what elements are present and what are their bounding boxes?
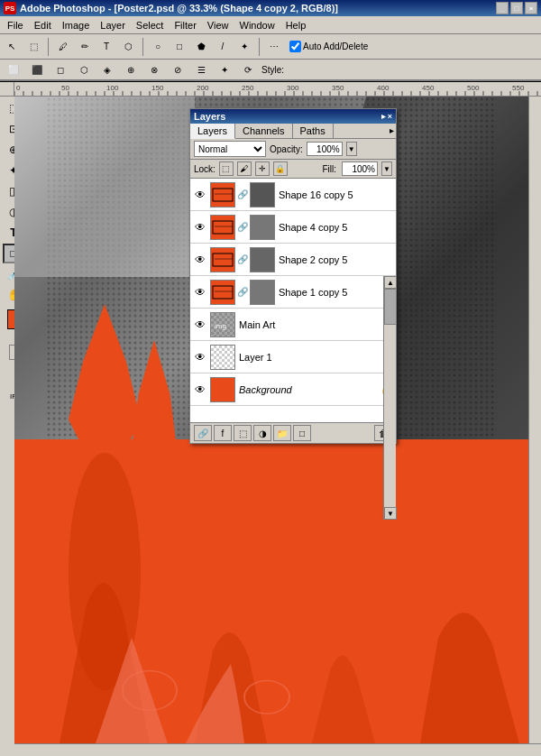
toolbar: ↖ ⬚ 🖊 ✏ T ⬡ ○ □ ⬟ / ✦ ⋯ Auto Add/Delete <box>0 34 541 60</box>
tool-more[interactable]: ⋯ <box>264 37 284 57</box>
separator-3 <box>259 38 260 56</box>
lock-all[interactable]: 🔒 <box>273 161 288 176</box>
layer-row[interactable]: 👁 img Main Art <box>190 309 396 341</box>
svg-rect-177 <box>213 221 233 234</box>
lock-image[interactable]: 🖌 <box>237 161 252 176</box>
tool-line[interactable]: / <box>213 37 233 57</box>
layer-name: Shape 1 copy 5 <box>277 287 394 298</box>
lock-transparent[interactable]: ⬚ <box>219 161 234 176</box>
layer-thumbnail <box>210 247 235 272</box>
tool-poly[interactable]: ⬟ <box>191 37 211 57</box>
scroll-down-btn[interactable]: ▼ <box>384 507 397 520</box>
menu-window[interactable]: Window <box>234 18 280 32</box>
opacity-input[interactable] <box>307 142 343 156</box>
options-btn-1[interactable]: ⬜ <box>4 60 23 79</box>
options-btn-11[interactable]: ⟳ <box>238 60 258 79</box>
options-btn-6[interactable]: ⊕ <box>121 60 141 79</box>
options-btn-2[interactable]: ⬛ <box>27 60 47 79</box>
menu-image[interactable]: Image <box>57 18 96 32</box>
lock-position[interactable]: ✛ <box>255 161 270 176</box>
menu-bar: File Edit Image Layer Select Filter View… <box>0 16 541 34</box>
options-btn-4[interactable]: ⬡ <box>74 60 94 79</box>
options-btn-8[interactable]: ⊘ <box>168 60 188 79</box>
menu-view[interactable]: View <box>202 18 234 32</box>
svg-text:350: 350 <box>332 84 344 92</box>
layers-panel-titlebar[interactable]: Layers ▸ × <box>190 109 396 124</box>
layer-row[interactable]: 👁 Layer 1 <box>190 341 396 373</box>
auto-add-container: Auto Add/Delete <box>289 41 368 52</box>
layer-visibility[interactable]: 👁 <box>192 317 208 333</box>
layer-style-btn[interactable]: f <box>214 425 232 441</box>
maximize-button[interactable]: □ <box>510 2 523 14</box>
menu-filter[interactable]: Filter <box>169 18 201 32</box>
opacity-arrow[interactable]: ▼ <box>346 142 357 156</box>
panel-expand-btn[interactable]: ▸ <box>388 124 396 138</box>
new-layer-btn[interactable]: □ <box>293 425 311 441</box>
tool-select[interactable]: ⬚ <box>23 37 43 57</box>
layer-visibility[interactable]: 👁 <box>192 187 208 203</box>
tool-path2[interactable]: ✏ <box>75 37 95 57</box>
svg-rect-175 <box>213 189 233 201</box>
auto-add-checkbox[interactable] <box>289 41 301 52</box>
options-btn-3[interactable]: ◻ <box>50 60 70 79</box>
title-bar: PS Adobe Photoshop - [Poster2.psd @ 33.3… <box>0 0 541 16</box>
menu-help[interactable]: Help <box>280 18 312 32</box>
layer-visibility[interactable]: 👁 <box>192 284 208 300</box>
layer-link-icon: 🔗 <box>237 252 248 268</box>
options-btn-9[interactable]: ☰ <box>191 60 211 79</box>
panel-menu-btn[interactable]: ▸ <box>381 112 386 121</box>
layer-row[interactable]: 👁 🔗 Shape 1 copy 5 <box>190 276 396 309</box>
blend-mode-select[interactable]: Normal Multiply Screen <box>194 141 266 157</box>
options-btn-10[interactable]: ✦ <box>215 60 234 79</box>
window-controls[interactable]: _ □ × <box>496 2 537 14</box>
layer-row[interactable]: 👁 🔗 Shape 16 copy 5 <box>190 179 396 211</box>
group-layers-btn[interactable]: 📁 <box>273 425 291 441</box>
tool-rect[interactable]: □ <box>170 37 189 57</box>
layer-visibility[interactable]: 👁 <box>192 219 208 235</box>
fill-input[interactable] <box>342 161 378 176</box>
scroll-up-btn[interactable]: ▲ <box>384 276 397 289</box>
layers-scrollbar[interactable]: ▲ ▼ <box>383 276 396 520</box>
menu-select[interactable]: Select <box>131 18 170 32</box>
scroll-thumb[interactable] <box>384 289 397 325</box>
menu-edit[interactable]: Edit <box>29 18 57 32</box>
layer-name: Layer 1 <box>237 352 394 363</box>
options-btn-7[interactable]: ⊗ <box>144 60 164 79</box>
tool-custom[interactable]: ✦ <box>234 37 254 57</box>
scroll-right[interactable] <box>528 97 541 756</box>
adjustment-layer-btn[interactable]: ◑ <box>253 425 271 441</box>
svg-text:img: img <box>215 322 226 330</box>
link-layers-btn[interactable]: 🔗 <box>194 425 212 441</box>
svg-text:200: 200 <box>197 84 209 92</box>
tool-shape[interactable]: ⬡ <box>118 37 138 57</box>
tool-arrow[interactable]: ↖ <box>2 37 22 57</box>
panel-close-btn[interactable]: × <box>388 112 392 121</box>
layer-mask-btn[interactable]: ⬚ <box>234 425 252 441</box>
tab-layers[interactable]: Layers <box>190 124 235 139</box>
lock-label: Lock: <box>194 164 215 174</box>
tab-channels[interactable]: Channels <box>235 124 292 138</box>
close-button[interactable]: × <box>525 2 537 14</box>
layer-link-icon: 🔗 <box>237 284 248 300</box>
layer-row-background[interactable]: 👁 Background 🔒 <box>190 373 396 406</box>
layer-visibility[interactable]: 👁 <box>192 349 208 365</box>
scroll-bottom[interactable] <box>14 743 541 756</box>
minimize-button[interactable]: _ <box>496 2 509 14</box>
menu-layer[interactable]: Layer <box>95 18 131 32</box>
tab-paths[interactable]: Paths <box>293 124 334 138</box>
layers-footer: 🔗 f ⬚ ◑ 📁 □ 🗑 <box>190 422 396 443</box>
layers-tabs: Layers Channels Paths ▸ <box>190 124 396 139</box>
eye-icon: 👁 <box>195 351 206 364</box>
tool-path1[interactable]: 🖊 <box>53 37 73 57</box>
layer-visibility[interactable]: 👁 <box>192 252 208 268</box>
fill-arrow[interactable]: ▼ <box>381 161 392 176</box>
layer-row[interactable]: 👁 🔗 Shape 4 copy 5 <box>190 211 396 244</box>
tool-text[interactable]: T <box>96 37 116 57</box>
layer-visibility[interactable]: 👁 <box>192 382 208 398</box>
layer-row[interactable]: 👁 🔗 Shape 2 copy 5 <box>190 244 396 276</box>
tool-circle[interactable]: ○ <box>148 37 168 57</box>
options-btn-5[interactable]: ◈ <box>97 60 117 79</box>
menu-file[interactable]: File <box>2 18 29 32</box>
layer-name: Main Art <box>237 319 394 330</box>
eye-icon: 👁 <box>195 318 206 331</box>
